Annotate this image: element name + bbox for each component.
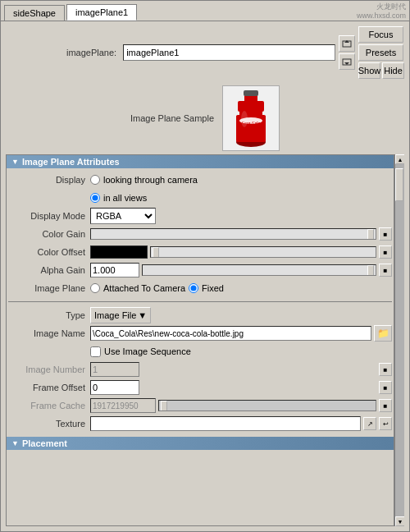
focus-button[interactable]: Focus	[358, 26, 403, 43]
type-row: Type Image File ▼	[8, 307, 392, 323]
tab-bar: sideShape imagePlane1	[1, 1, 409, 21]
texture-display	[90, 416, 361, 431]
svg-rect-9	[244, 90, 258, 96]
imageplane-input[interactable]	[123, 44, 335, 61]
use-image-sequence-label: Use Image Sequence	[104, 346, 191, 356]
scroll-up-btn[interactable]: ▲	[395, 154, 404, 164]
show-button[interactable]: Show	[358, 62, 380, 79]
watermark: 火龙时代 www.hxsd.com	[357, 2, 406, 21]
alpha-gain-row: Alpha Gain ■	[8, 262, 392, 278]
image-number-reset[interactable]: ■	[379, 363, 392, 376]
color-offset-row: Color Offset ■	[8, 244, 392, 260]
frame-cache-row: Frame Cache ■	[8, 397, 392, 414]
alpha-gain-reset[interactable]: ■	[379, 264, 392, 277]
image-number-label: Image Number	[8, 365, 90, 374]
display-row2: in all views	[8, 190, 392, 206]
frame-offset-input[interactable]	[90, 380, 139, 395]
placement-arrow: ▼	[11, 439, 19, 447]
sample-image: Coca-Cola	[222, 85, 280, 151]
color-offset-reset[interactable]: ■	[379, 245, 392, 259]
display-radio-all[interactable]	[90, 193, 100, 203]
collapse-arrow: ▼	[11, 158, 19, 166]
display-label: Display	[8, 175, 90, 185]
frame-cache-input	[90, 398, 156, 413]
color-gain-label: Color Gain	[8, 229, 90, 239]
scroll-track[interactable]	[395, 164, 404, 516]
scroll-down-btn[interactable]: ▼	[395, 516, 404, 526]
display-radio-all-label: in all views	[103, 193, 147, 203]
image-plane-attrs-header[interactable]: ▼ Image Plane Attributes	[7, 155, 394, 168]
display-radio-looking[interactable]	[90, 175, 100, 185]
scroll-thumb[interactable]	[395, 168, 403, 201]
image-name-row: Image Name 📁	[8, 325, 392, 342]
texture-btn1[interactable]: ↗	[363, 417, 376, 430]
color-offset-label: Color Offset	[8, 247, 90, 257]
color-gain-reset[interactable]: ■	[379, 227, 392, 241]
tab-sideshape[interactable]: sideShape	[4, 5, 65, 21]
image-plane-mode-row: Image Plane Attached To Camera Fixed	[8, 280, 392, 296]
type-label: Type	[8, 310, 90, 320]
tab-imageplane1[interactable]: imagePlane1	[66, 4, 137, 21]
image-name-label: Image Name	[8, 328, 90, 338]
frame-offset-row: Frame Offset ■	[8, 379, 392, 396]
placement-header[interactable]: ▼ Placement	[7, 437, 394, 450]
attached-label: Attached To Camera	[103, 283, 185, 293]
presets-button[interactable]: Presets	[358, 44, 403, 61]
frame-cache-track	[158, 400, 376, 411]
alpha-gain-handle[interactable]	[367, 265, 374, 276]
browse-button[interactable]: 📁	[374, 325, 392, 342]
use-image-sequence-check[interactable]	[90, 346, 101, 357]
type-dropdown[interactable]: Image File ▼	[90, 307, 151, 323]
frame-offset-label: Frame Offset	[8, 383, 90, 392]
attrs-section: ▼ Image Plane Attributes Display looking…	[6, 154, 394, 526]
color-offset-handle[interactable]	[153, 247, 159, 258]
display-mode-row: Display Mode RGBA RGB Alpha Luminance No…	[8, 208, 392, 224]
image-number-row: Image Number ■	[8, 361, 392, 378]
fixed-radio[interactable]	[189, 283, 198, 293]
image-name-input[interactable]	[90, 326, 371, 341]
scrollbar: ▲ ▼	[394, 154, 404, 526]
fixed-label: Fixed	[202, 283, 224, 293]
svg-point-13	[241, 111, 248, 127]
frame-cache-label: Frame Cache	[8, 401, 90, 410]
texture-row: Texture ↗ ↩	[8, 415, 392, 432]
sample-label: Image Plane Sample	[130, 113, 214, 123]
frame-cache-reset[interactable]: ■	[379, 399, 392, 412]
display-radio-looking-label: looking through camera	[103, 175, 198, 185]
frame-cache-handle	[161, 401, 167, 411]
color-gain-track[interactable]	[90, 228, 376, 240]
display-mode-select[interactable]: RGBA RGB Alpha Luminance None	[90, 208, 156, 224]
image-number-input	[90, 362, 139, 377]
frame-offset-reset[interactable]: ■	[379, 381, 392, 394]
color-offset-track[interactable]	[150, 246, 376, 258]
alpha-gain-label: Alpha Gain	[8, 265, 90, 275]
texture-label: Texture	[8, 419, 90, 429]
color-offset-swatch[interactable]	[90, 245, 148, 259]
image-plane-mode-label: Image Plane	[8, 283, 90, 293]
sample-area: Image Plane Sample	[6, 82, 404, 154]
display-row: Display looking through camera	[8, 172, 392, 188]
hide-button[interactable]: Hide	[382, 62, 404, 79]
imageplane-label: imagePlane:	[66, 48, 116, 57]
texture-btn2[interactable]: ↩	[379, 417, 392, 430]
alpha-gain-track[interactable]	[142, 264, 376, 276]
display-mode-label: Display Mode	[8, 211, 90, 221]
color-gain-row: Color Gain ■	[8, 226, 392, 242]
attached-to-camera-radio[interactable]	[90, 283, 100, 293]
imageplane-save-btn[interactable]	[339, 53, 355, 70]
use-image-seq-row: Use Image Sequence	[8, 343, 392, 360]
color-gain-handle[interactable]	[367, 229, 374, 240]
imageplane-load-btn[interactable]	[339, 35, 355, 52]
display-radio-group: looking through camera	[90, 175, 198, 185]
alpha-gain-input[interactable]	[90, 263, 139, 277]
